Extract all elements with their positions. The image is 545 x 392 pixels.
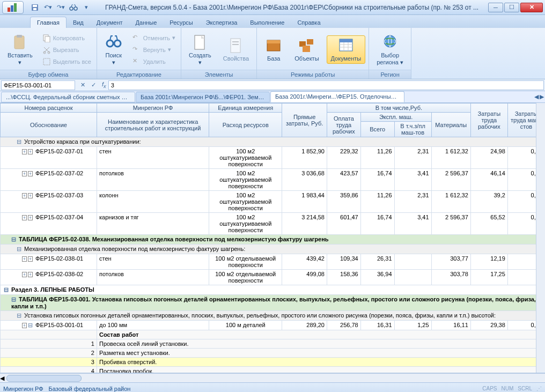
svg-rect-19 xyxy=(232,41,239,42)
selectall-button[interactable]: Выделить все xyxy=(40,56,93,67)
properties-button[interactable]: Свойства xyxy=(219,35,253,63)
work-row[interactable]: 2Разметка мест установки. xyxy=(1,349,545,358)
copy-button[interactable]: Копировать xyxy=(40,33,93,43)
resize-grip-icon[interactable]: ⋰ xyxy=(536,386,542,391)
work-title-row[interactable]: Состав работ xyxy=(1,330,545,339)
col-unit[interactable]: Единица измерения xyxy=(209,103,282,113)
svg-point-15 xyxy=(107,40,113,47)
ribbon-tab-exec[interactable]: Выполнение xyxy=(244,17,291,28)
undo-button[interactable]: ↶Отменить ▾ xyxy=(130,33,178,43)
delete-button[interactable]: ✕Удалить xyxy=(130,56,178,67)
col-including[interactable]: В том числе,Руб. xyxy=(327,103,470,113)
status-district[interactable]: Базовый федеральный район xyxy=(49,386,131,392)
section-row[interactable]: ⊟ Раздел 3. ЛЕПНЫЕ РАБОТЫ xyxy=(1,285,545,295)
minimize-button[interactable]: ─ xyxy=(488,3,503,12)
main-grid[interactable]: Номера расценок Минрегион РФ Единица изм… xyxy=(0,103,545,373)
ribbon-tab-document[interactable]: Документ xyxy=(90,17,129,28)
qat-redo-icon[interactable]: ↷▾ xyxy=(55,2,67,13)
ribbon-tab-view[interactable]: Вид xyxy=(67,17,90,28)
ribbon-tab-data[interactable]: Данные xyxy=(129,17,164,28)
region-button[interactable]: Выбор региона ▾ xyxy=(372,32,408,66)
work-row[interactable]: 4Постановка пробок. xyxy=(1,367,545,374)
table-header-row[interactable]: ⊟ ТАБЛИЦА ФЕР15-03-001. Установка гипсов… xyxy=(1,295,545,311)
qat-save-icon[interactable] xyxy=(29,2,41,13)
group-row[interactable]: ⊟ Установка гипсовых погонных деталей ор… xyxy=(1,311,545,321)
documents-button[interactable]: Документы xyxy=(327,35,366,63)
table-row[interactable]: ++ ФЕР15-02-037-03 колонн100 м2 оштукату… xyxy=(1,191,545,213)
table-row[interactable]: ++ ФЕР15-02-038-01 стен100 м2 отделываем… xyxy=(1,254,545,270)
app-menu-button[interactable] xyxy=(2,1,24,14)
objects-button[interactable]: Объекты xyxy=(290,35,323,63)
horizontal-scrollbar[interactable]: ◀ xyxy=(0,373,545,382)
col-mach-wage[interactable]: В т.ч.з/пл маш-тов xyxy=(394,122,431,137)
ribbon-tab-expertise[interactable]: Экспертиза xyxy=(200,17,244,28)
search-button[interactable]: Поиск▾ xyxy=(100,32,127,66)
fx-icon[interactable]: fx xyxy=(102,81,106,89)
ribbon-tab-strip: Главная Вид Документ Данные Ресурсы Эксп… xyxy=(0,15,545,28)
doc-tab-2[interactable]: База 2001г.\Минрегион РФ\Б...\ФЕР01. Зем… xyxy=(136,92,270,102)
tab-prev-icon[interactable]: ◀ xyxy=(534,93,539,100)
cut-button[interactable]: Вырезать xyxy=(40,45,93,55)
svg-rect-11 xyxy=(45,36,50,42)
table-row[interactable]: ++ ФЕР15-02-037-02 потолков100 м2 оштука… xyxy=(1,169,545,191)
cancel-formula-icon[interactable]: ✕ xyxy=(78,82,87,88)
paste-button[interactable]: Вставить▾ xyxy=(3,32,37,66)
ribbon-tab-resources[interactable]: Ресурсы xyxy=(163,17,199,28)
table-row[interactable]: ++ ФЕР15-02-037-01 стен100 м2 оштукатури… xyxy=(1,147,545,169)
work-row[interactable]: 1Провеска осей линий установки. xyxy=(1,339,545,349)
formula-input[interactable]: 3 xyxy=(108,80,544,90)
qat-binoculars-icon[interactable] xyxy=(68,2,79,13)
svg-rect-20 xyxy=(232,44,239,45)
window-title: ГРАНД-Смета, версия 5.0.4 - База 2001г.\… xyxy=(95,4,488,11)
create-button[interactable]: Создать▾ xyxy=(185,32,216,66)
status-scrl: SCRL xyxy=(518,386,532,391)
col-mach-total[interactable]: Всего xyxy=(360,122,394,137)
base-button[interactable]: База xyxy=(260,35,287,63)
col-wages[interactable]: Оплата труда рабочих xyxy=(327,113,360,137)
table-row[interactable]: ++ ФЕР15-02-037-04 карнизов и тяг100 м2 … xyxy=(1,213,545,235)
svg-rect-4 xyxy=(33,5,37,7)
redo-button[interactable]: ↷Вернуть ▾ xyxy=(130,45,178,55)
col-labor-workers[interactable]: Затраты труда рабочих xyxy=(470,103,507,137)
col-basis[interactable]: Обоснование xyxy=(1,113,97,137)
qat-undo-icon[interactable]: ↶▾ xyxy=(42,2,54,13)
status-num: NUM xyxy=(502,386,514,391)
status-bar: Минрегион РФ Базовый федеральный район C… xyxy=(0,382,545,392)
ribbon-tab-help[interactable]: Справка xyxy=(291,17,327,28)
close-button[interactable]: ✕ xyxy=(520,3,543,12)
svg-point-6 xyxy=(70,7,73,10)
group-row[interactable]: ⊟ Устройство каркаса при оштукатуривании… xyxy=(1,137,545,147)
col-region[interactable]: Минрегион РФ xyxy=(97,103,209,113)
col-mach[interactable]: Экспл. маш. xyxy=(360,113,431,122)
qat-dropdown-icon[interactable]: ▾ xyxy=(80,2,92,13)
vertical-scrollbar[interactable] xyxy=(536,103,545,373)
status-region[interactable]: Минрегион РФ xyxy=(3,386,43,392)
svg-rect-25 xyxy=(303,46,310,52)
svg-rect-14 xyxy=(43,58,50,65)
col-descr[interactable]: Наименование и характеристика строительн… xyxy=(97,113,209,137)
tab-next-icon[interactable]: ▶ xyxy=(540,93,544,100)
formula-bar: ФЕР15-03-001-01 ✕ ✓ fx 3 xyxy=(0,79,545,91)
title-bar: ↶▾ ↷▾ ▾ ГРАНД-Смета, версия 5.0.4 - База… xyxy=(0,0,545,15)
doc-tab-3[interactable]: База 2001г.\Минреги...\ФЕР15. Отделочные… xyxy=(270,91,404,102)
col-direct[interactable]: Прямые затраты, Руб. xyxy=(282,103,327,137)
col-numbers[interactable]: Номера расценок xyxy=(1,103,97,113)
group-modes-title: Режимы работы xyxy=(257,70,369,79)
document-tabs: ...\ФССЦ. Федеральный сборник сметных це… xyxy=(0,91,545,103)
col-materials[interactable]: Материалы xyxy=(431,113,470,137)
table-row[interactable]: ++ ФЕР15-02-038-02 потолков100 м2 отделы… xyxy=(1,270,545,285)
svg-rect-24 xyxy=(307,39,313,45)
ribbon-tab-main[interactable]: Главная xyxy=(30,17,67,28)
svg-rect-9 xyxy=(17,35,22,38)
group-row[interactable]: ⊟ Механизированная отделка поверхности п… xyxy=(1,245,545,254)
accept-formula-icon[interactable]: ✓ xyxy=(89,82,98,88)
svg-rect-1 xyxy=(11,5,13,12)
name-box[interactable]: ФЕР15-03-001-01 xyxy=(1,80,75,90)
maximize-button[interactable]: ☐ xyxy=(504,3,519,12)
work-row[interactable]: 3Пробивка отверстий. xyxy=(1,358,545,367)
svg-rect-0 xyxy=(8,8,10,12)
table-header-row[interactable]: ⊟ ТАБЛИЦА ФЕР15-02-038. Механизированная… xyxy=(1,235,545,245)
col-consumption[interactable]: Расход ресурсов xyxy=(209,113,282,137)
doc-tab-1[interactable]: ...\ФССЦ. Федеральный сборник сметных це… xyxy=(1,92,135,102)
table-row[interactable]: +⊟ ФЕР15-03-001-01 до 100 мм100 м детале… xyxy=(1,321,545,330)
